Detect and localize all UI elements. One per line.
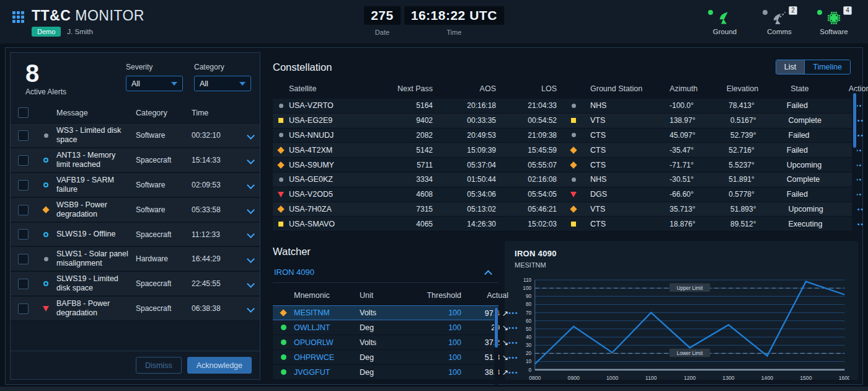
satellite-row[interactable]: USA-7H0ZA 7315 05:13:02 05:46:21 VTS 35.… (273, 202, 852, 217)
satellite-row[interactable]: USA-V2OD5 4608 05:34:06 05:54:05 DGS -66… (273, 187, 852, 202)
ground-station-status-icon (572, 133, 576, 137)
constellation-scrollbar[interactable] (852, 91, 857, 233)
timeline-view-button[interactable]: Timeline (804, 60, 850, 74)
satellite-row[interactable]: USA-S9UMY 5711 05:37:04 05:55:07 CTS -71… (273, 158, 852, 173)
elevation: 89.512° (696, 220, 756, 228)
watcher-panel: Watcher IRON 4090 Mnemonic Unit Threshol… (265, 241, 500, 380)
satellite-row[interactable]: USA-SMAVO 4065 14:26:30 15:02:03 CTS 18.… (273, 217, 852, 231)
chevron-down-icon[interactable] (248, 256, 254, 262)
watcher-scrollbar[interactable] (494, 308, 498, 385)
alert-row[interactable]: WSB9 - Power degradation Software 05:33:… (11, 198, 260, 223)
svg-text:60: 60 (526, 318, 532, 324)
status-comms[interactable]: 2 Comms (761, 9, 797, 35)
ground-station: CTS (590, 161, 670, 169)
app-title: TT&C MONITOR (32, 7, 144, 24)
alert-category: Spacecraft (136, 230, 192, 239)
satellite-name: USA-7H0ZA (289, 205, 383, 213)
satellite-row[interactable]: USA-EG2E9 9402 00:33:35 00:54:52 VTS 138… (273, 114, 852, 128)
chevron-down-icon[interactable] (248, 231, 254, 237)
more-actions-icon[interactable] (508, 339, 518, 346)
alert-row[interactable]: WS3 - Limited disk space Software 00:32:… (11, 124, 260, 148)
alert-row[interactable]: BAFB8 - Power degradation Spacecraft 06:… (11, 297, 260, 321)
satellite-row[interactable]: USA-VZRTO 5164 20:16:18 21:04:33 NHS -10… (273, 99, 852, 114)
chevron-down-icon[interactable] (248, 182, 254, 188)
severity-icon (279, 178, 283, 182)
select-all-checkbox[interactable] (18, 107, 29, 118)
telemetry-chart-panel: IRON 4090 MESITNM 0102030405060708090100… (505, 241, 858, 380)
more-actions-icon[interactable] (508, 324, 518, 331)
alert-row[interactable]: SLWS19 - Limited disk space Spacecraft 2… (11, 272, 260, 297)
col-satellite: Satellite (289, 84, 383, 93)
satellite-row[interactable]: USA-4T2XM 5142 15:09:39 15:45:59 CTS -35… (273, 143, 852, 158)
more-actions-icon[interactable] (508, 354, 518, 361)
alert-checkbox[interactable] (18, 229, 29, 240)
status-label: Comms (761, 28, 797, 35)
col-category: Category (136, 109, 192, 117)
severity-icon (281, 354, 286, 360)
severity-icon (43, 182, 48, 187)
alert-row[interactable]: SLWS19 - Offline Spacecraft 11:12:33 (11, 223, 260, 247)
severity-filter[interactable]: All (126, 76, 183, 91)
mnemonic-row[interactable]: OWLLJNT Deg 100 20 ↘ (273, 320, 498, 335)
actual-value: 51.3 ↘ (461, 353, 508, 362)
acknowledge-button[interactable]: Acknowledge (187, 357, 252, 374)
category-filter-value: All (200, 79, 208, 88)
alert-row[interactable]: VAFB19 - SARM failure Software 02:09:53 (11, 173, 260, 198)
chevron-down-icon[interactable] (248, 306, 254, 312)
azimuth: -30.51° (670, 175, 694, 184)
threshold: 100 (404, 308, 461, 317)
threshold: 100 (404, 323, 461, 332)
status-badge: 2 (789, 6, 797, 15)
ground-station-status-icon (572, 178, 576, 182)
next-pass: 9402 (383, 116, 433, 125)
status-ground[interactable]: Ground (707, 9, 743, 35)
severity-icon (42, 206, 49, 213)
watcher-group-row[interactable]: IRON 4090 (273, 258, 498, 283)
trend-icon: ↗ (502, 309, 508, 318)
threshold: 100 (404, 338, 461, 347)
severity-icon (281, 325, 286, 330)
satellite-row[interactable]: USA-GE0KZ 3334 01:50:44 02:16:08 NHS -30… (273, 173, 852, 187)
aos: 01:50:44 (433, 175, 496, 184)
mnemonic-row[interactable]: OPUORLW Volts 100 37.2 ↘ (273, 335, 498, 350)
alert-row[interactable]: SLWS1 - Solar panel misalignment Hardwar… (11, 247, 260, 272)
alert-time: 02:09:53 (192, 181, 241, 189)
alert-checkbox[interactable] (18, 205, 29, 215)
los: 05:54:05 (496, 190, 557, 199)
svg-text:Upper Limit: Upper Limit (677, 285, 704, 291)
more-actions-icon[interactable] (508, 309, 518, 317)
alert-checkbox[interactable] (18, 279, 29, 289)
alert-checkbox[interactable] (18, 155, 29, 166)
chart-title: IRON 4090 (515, 249, 849, 258)
alert-checkbox[interactable] (18, 254, 29, 264)
alert-checkbox[interactable] (18, 180, 29, 191)
mnemonic-row[interactable]: MESITNM Volts 100 97.4 ↗ (273, 305, 498, 320)
actual-value: 20 ↘ (461, 323, 508, 332)
svg-text:20: 20 (526, 351, 532, 356)
chevron-down-icon[interactable] (248, 207, 254, 213)
category-filter[interactable]: All (194, 76, 251, 91)
more-actions-icon[interactable] (508, 369, 518, 376)
mnemonic-row[interactable]: JVGGFUT Deg 100 38.8 ↗ (273, 365, 498, 380)
alert-category: Spacecraft (136, 304, 192, 313)
elevation: 51.893° (696, 205, 756, 213)
state: Complete (771, 175, 839, 184)
list-view-button[interactable]: List (776, 60, 804, 74)
satellite-row[interactable]: USA-NNUDJ 2082 20:49:53 21:09:38 CTS 45.… (273, 128, 852, 143)
chevron-up-icon[interactable] (485, 269, 491, 275)
aos: 15:09:39 (433, 146, 496, 155)
app-grid-icon[interactable] (12, 11, 24, 23)
alert-row[interactable]: ANT13 - Memory limit reached Spacecraft … (11, 148, 260, 173)
status-dot (817, 10, 822, 15)
status-software[interactable]: 4 Software (816, 9, 852, 35)
alert-checkbox[interactable] (18, 303, 29, 314)
chevron-down-icon[interactable] (248, 158, 254, 163)
mnemonic-row[interactable]: OHPRWCE Deg 100 51.3 ↘ (273, 350, 498, 365)
alert-checkbox[interactable] (18, 130, 29, 141)
chevron-down-icon[interactable] (248, 133, 254, 138)
col-aos: AOS (433, 84, 496, 93)
alert-category: Software (136, 205, 192, 214)
chevron-down-icon[interactable] (248, 281, 254, 287)
time-value: 16:18:22 UTC (404, 6, 504, 25)
dismiss-button[interactable]: Dismiss (136, 357, 182, 374)
